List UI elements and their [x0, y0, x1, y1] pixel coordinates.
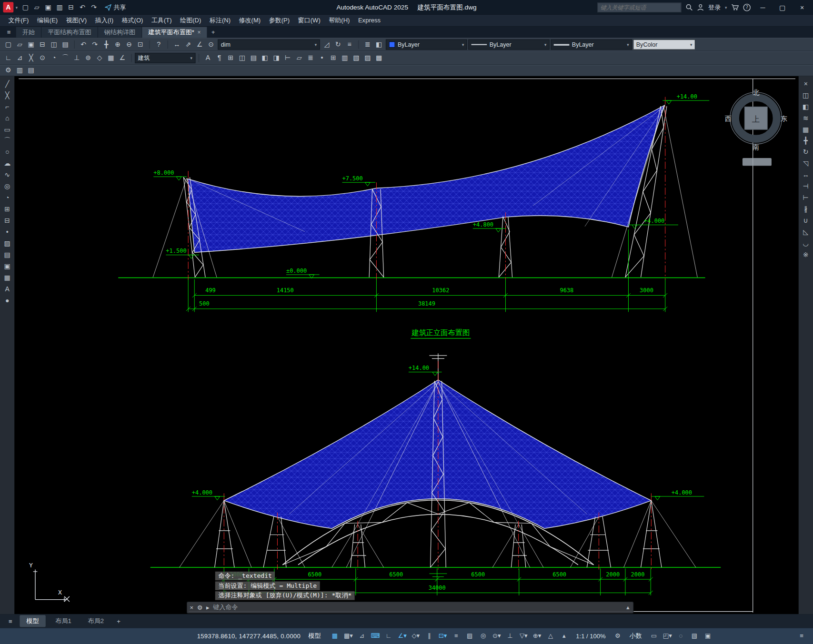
- viewcube-west-label[interactable]: 西: [724, 115, 731, 122]
- help-icon[interactable]: ?: [743, 3, 751, 11]
- move-icon[interactable]: ╋: [800, 135, 812, 146]
- isolate-objects[interactable]: ◌: [675, 631, 687, 642]
- zoom-out-icon[interactable]: ⊖: [123, 40, 135, 50]
- minimize-button[interactable]: ─: [755, 3, 771, 11]
- redo-icon[interactable]: ↷: [89, 40, 100, 50]
- group-icon[interactable]: ◧: [259, 53, 271, 63]
- command-customize-icon[interactable]: ⚙: [197, 604, 203, 611]
- transparency-toggle[interactable]: ▨: [463, 631, 476, 642]
- properties-panel-icon[interactable]: ▤: [25, 65, 37, 76]
- insert-block-icon[interactable]: ⊞: [1, 204, 13, 215]
- tab-steel-detail[interactable]: 钢结构详图: [98, 27, 141, 38]
- menu-item-12[interactable]: Express: [354, 14, 385, 26]
- spline-icon[interactable]: ∿: [1, 169, 13, 180]
- drawing-canvas[interactable]: 499 14150 10362 9638 3000 500 38149 +8.0…: [14, 76, 798, 614]
- plot-style-combo[interactable]: ByColor ▾: [633, 40, 695, 50]
- polyline-icon[interactable]: ⌐: [1, 101, 13, 112]
- grid-toggle[interactable]: ▦: [329, 631, 341, 642]
- snap-intersection-icon[interactable]: ╳: [25, 53, 37, 63]
- stretch-icon[interactable]: ↔: [800, 169, 812, 180]
- lock-ui[interactable]: ◰▾: [661, 631, 673, 642]
- undo-icon[interactable]: ↶: [77, 2, 88, 12]
- combo-caret-icon[interactable]: ▾: [462, 42, 464, 47]
- units-control[interactable]: 小数: [626, 632, 645, 641]
- layout-menu-icon[interactable]: ≡: [4, 617, 17, 624]
- snap-endpoint-icon[interactable]: ∟: [2, 53, 14, 63]
- annotation-autoscale[interactable]: ▴: [558, 631, 570, 642]
- workspace-icon[interactable]: ⚙: [2, 65, 14, 76]
- dim-angular-icon[interactable]: ∠: [194, 40, 205, 50]
- array-icon[interactable]: ▦: [800, 124, 812, 135]
- combo-caret-icon[interactable]: ▾: [191, 56, 192, 60]
- file-tabs-menu-icon[interactable]: ≡: [2, 27, 15, 38]
- combo-caret-icon[interactable]: ▾: [627, 42, 629, 47]
- command-close-icon[interactable]: ×: [190, 604, 193, 611]
- ortho-toggle[interactable]: ∟: [382, 631, 395, 642]
- isometric-drafting[interactable]: ◇▾: [410, 631, 422, 642]
- tool-palettes-icon[interactable]: ▨: [362, 53, 373, 63]
- construction-line-icon[interactable]: ╳: [1, 89, 13, 100]
- snap-quadrant-icon[interactable]: ◔: [48, 53, 60, 63]
- image-attach-icon[interactable]: ▤: [248, 53, 259, 63]
- snap-nearest-icon[interactable]: ◇: [94, 53, 105, 63]
- dim-radius-icon[interactable]: ⊙: [205, 40, 217, 50]
- join-icon[interactable]: ∪: [800, 215, 812, 226]
- tab-layout1[interactable]: 布局1: [49, 615, 78, 627]
- text-edit-icon[interactable]: A: [202, 53, 214, 63]
- rectangle-icon[interactable]: ▭: [1, 124, 13, 135]
- open-icon[interactable]: ▱: [14, 40, 25, 50]
- break-icon[interactable]: ∦: [800, 204, 812, 215]
- tab-start[interactable]: 开始: [16, 27, 41, 38]
- search-input[interactable]: [597, 2, 681, 12]
- polar-tracking[interactable]: ∠▾: [396, 631, 409, 642]
- match-properties-icon[interactable]: ▧: [351, 53, 362, 63]
- hatch-icon[interactable]: ▨: [1, 238, 13, 249]
- layer-combo[interactable]: ByLayer ▾: [386, 40, 467, 50]
- menu-item-1[interactable]: 编辑(E): [33, 14, 62, 26]
- lineweight-combo[interactable]: ByLayer ▾: [551, 40, 632, 50]
- menu-item-7[interactable]: 标注(N): [205, 14, 235, 26]
- plot-icon[interactable]: ⊟: [65, 2, 77, 12]
- viewcube-context-pill[interactable]: [743, 158, 772, 166]
- quickcalc-icon[interactable]: ⊞: [328, 53, 339, 63]
- ucs-tool-icon[interactable]: ∠: [117, 53, 128, 63]
- tab-model[interactable]: 模型: [20, 615, 45, 627]
- redo-icon[interactable]: ↷: [88, 2, 100, 12]
- pan-icon[interactable]: ╋: [100, 40, 112, 50]
- menu-item-11[interactable]: 帮助(H): [324, 14, 354, 26]
- menu-item-4[interactable]: 格式(O): [118, 14, 147, 26]
- rotate-icon[interactable]: ↻: [800, 147, 812, 158]
- command-prompt-placeholder[interactable]: 键入命令: [213, 603, 238, 612]
- command-expand-icon[interactable]: ▲: [625, 604, 631, 610]
- table-icon[interactable]: ▦: [1, 272, 13, 283]
- object-snap-tracking[interactable]: ∥: [423, 631, 435, 642]
- snap-settings-icon[interactable]: ▦: [105, 53, 117, 63]
- publish-icon[interactable]: ▤: [60, 40, 71, 50]
- erase-icon[interactable]: ×: [800, 78, 812, 89]
- saveas-icon[interactable]: ▥: [54, 2, 65, 12]
- trim-icon[interactable]: ⊣: [800, 181, 812, 192]
- line-icon[interactable]: ╱: [1, 78, 13, 89]
- viewcube-south-label[interactable]: 南: [753, 143, 759, 151]
- polygon-icon[interactable]: ⌂: [1, 112, 13, 123]
- make-block-icon[interactable]: ⊟: [1, 215, 13, 226]
- layer-match-icon[interactable]: ◧: [373, 40, 385, 50]
- region-icon[interactable]: ▣: [1, 261, 13, 272]
- annotation-scale-control[interactable]: 1:1 / 100%: [573, 633, 609, 640]
- dim-space-icon[interactable]: ≡: [344, 40, 355, 50]
- new-tab-button[interactable]: +: [208, 27, 219, 38]
- menu-item-8[interactable]: 修改(M): [235, 14, 265, 26]
- dim-aligned-icon[interactable]: ⇗: [182, 40, 194, 50]
- tab-close-icon[interactable]: ×: [197, 27, 201, 38]
- user-icon[interactable]: [697, 4, 704, 11]
- point-id-icon[interactable]: •: [316, 53, 328, 63]
- properties-icon[interactable]: ▥: [339, 53, 351, 63]
- login-caret-icon[interactable]: ▾: [725, 5, 727, 10]
- workspace-switch-icon[interactable]: ⚙: [612, 631, 624, 642]
- save-icon[interactable]: ▣: [42, 2, 54, 12]
- selection-cycling[interactable]: ◎: [477, 631, 489, 642]
- osnap-marker-icon[interactable]: ●: [1, 295, 13, 306]
- undo-icon[interactable]: ↶: [78, 40, 89, 50]
- dynamic-ucs[interactable]: ⊥: [504, 631, 516, 642]
- annotation-visibility[interactable]: △: [544, 631, 557, 642]
